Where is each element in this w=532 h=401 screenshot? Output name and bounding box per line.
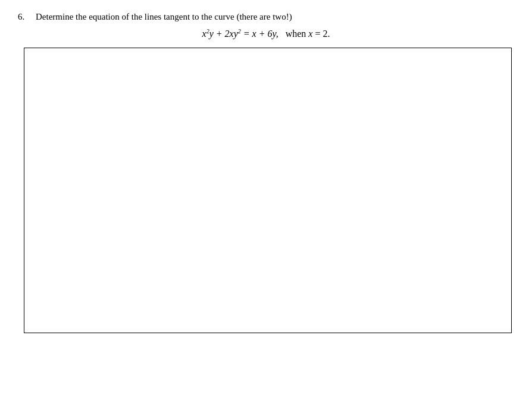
question-text: Determine the equation of the lines tang… xyxy=(36,12,292,22)
equation-condition: when x = 2. xyxy=(286,29,330,39)
page-container: 6. Determine the equation of the lines t… xyxy=(0,0,532,345)
answer-box xyxy=(24,48,512,333)
question-number: 6. xyxy=(18,12,36,22)
equation-line: x2y + 2xy2 = x + 6y, when x = 2. xyxy=(18,28,514,39)
question-header: 6. Determine the equation of the lines t… xyxy=(18,12,514,22)
equation-formula: x2y + 2xy2 = x + 6y, xyxy=(202,29,281,39)
